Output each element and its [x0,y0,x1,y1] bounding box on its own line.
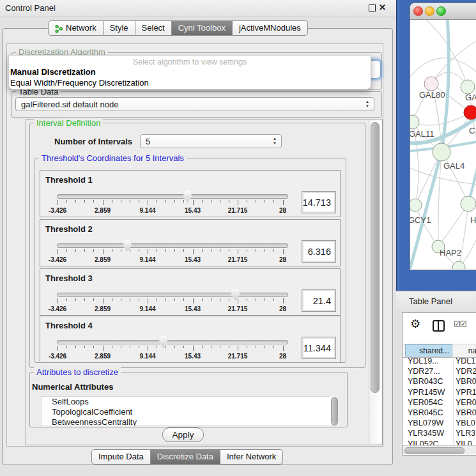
minor-tick [66,298,67,301]
network-node-ga[interactable] [461,80,475,94]
num-intervals-label: Number of Intervals [54,137,132,146]
minor-tick [229,298,229,301]
algorithm-option-manual-discretization[interactable]: Manual Discretization [9,66,371,77]
minor-tick [265,346,265,348]
network-node-gal11[interactable] [410,115,419,129]
table-row[interactable]: YDL19...YDL1 [403,357,476,367]
num-intervals-value: 5 [146,137,150,146]
minor-tick [130,249,130,252]
column-header-name[interactable]: na [453,344,476,357]
column-browser-icon[interactable] [433,320,445,332]
table-row[interactable]: YER054CYER0 [403,398,476,408]
tick-label: 15.43 [185,305,201,312]
network-edge-highlighted[interactable] [441,20,449,152]
algorithm-option-equal-width-frequency-discretization[interactable]: Equal Width/Frequency Discretization [9,77,371,88]
threshold-value-field[interactable]: 11.344 [302,337,336,359]
tab-cyni-toolbox[interactable]: Cyni Toolbox [172,20,233,36]
network-node-c[interactable] [464,105,476,119]
minor-tick [84,346,85,348]
tab-network[interactable]: Network [48,20,104,36]
tab-jactivemnodules[interactable]: jActiveMNodules [233,20,308,36]
threshold-row-2: Threshold 2-3.4262.8599.14415.4321.71528… [40,219,341,266]
major-tick [283,200,284,205]
network-node-gal4[interactable] [433,143,450,161]
window-zoom-icon[interactable] [436,6,446,16]
table-row[interactable]: YBR043CYBR0 [403,377,476,387]
major-tick [193,249,194,254]
network-edge[interactable] [410,58,476,81]
threshold-slider-thumb[interactable] [123,240,132,252]
major-tick [58,249,58,254]
tab-select[interactable]: Select [135,20,172,36]
table-hscrollbar-thumb[interactable] [404,447,464,454]
attribute-item-selfloops[interactable]: SelfLoops [42,397,330,407]
bottom-tab-discretize-data[interactable]: Discretize Data [151,449,220,464]
threshold-row-1: Threshold 1-3.4262.8599.14415.4321.71528… [40,170,341,217]
threshold-value-field[interactable]: 6.316 [302,240,336,263]
table-hscrollbar-track[interactable] [403,445,476,454]
bottom-tab-infer-network[interactable]: Infer Network [220,449,283,464]
minor-tick [229,346,229,348]
minor-tick [220,346,220,348]
settings-scrollbar-thumb[interactable] [371,122,380,393]
table-data-combobox[interactable]: galFiltered.sif default node ▲▼ [15,97,374,111]
float-panel-icon[interactable] [369,4,376,12]
minor-tick [75,200,76,203]
network-node-h[interactable] [461,196,476,211]
minor-tick [183,249,184,252]
network-node-gcy1[interactable] [410,199,422,211]
num-intervals-combobox[interactable]: 5 ▲▼ [140,134,282,148]
threshold-slider-thumb[interactable] [158,336,168,348]
tick-label: 21.715 [228,207,248,214]
table-row[interactable]: YBL079WYBL0 [403,418,476,429]
table-row[interactable]: YBR045CYBR0 [403,408,476,418]
threshold-slider-thumb[interactable] [231,289,240,301]
minor-tick [165,249,166,252]
attributes-scrollbar-thumb[interactable] [331,397,338,426]
bottom-tab-impute-data[interactable]: Impute Data [91,449,151,464]
minor-tick [256,346,256,348]
minor-tick [139,249,139,252]
network-canvas[interactable]: GAL80GACGAL11GAL4GCY1HHAP2 [410,20,476,269]
numerical-attributes-list[interactable]: SelfLoopsTopologicalCoefficientBetweenne… [41,396,330,426]
table-row[interactable]: YIL052CYIL0 [403,440,476,446]
minor-tick [75,249,76,252]
cell-name: YIL0 [456,440,472,446]
tab-style[interactable]: Style [104,20,135,36]
table-row[interactable]: YPR145WYPR1 [403,388,476,398]
major-tick [148,200,148,205]
threshold-slider-track[interactable] [57,243,288,248]
threshold-slider-track[interactable] [57,340,288,344]
attribute-item-betweennesscentrality[interactable]: BetweennessCentrality [42,417,330,426]
network-node-gal80[interactable] [424,77,438,91]
table-rows[interactable]: YDL19...YDL1YDR27...YDR2YBR043CYBR0YPR14… [403,357,476,445]
checkboxes-icon[interactable]: ☑☑ [454,319,466,328]
tick-label: 2.859 [95,353,111,360]
network-edge[interactable] [459,204,468,268]
minor-tick [265,298,265,301]
gear-icon[interactable]: ⚙ [410,317,420,331]
close-panel-icon[interactable]: ✕ [379,3,386,12]
minor-tick [220,298,220,301]
attribute-item-topologicalcoefficient[interactable]: TopologicalCoefficient [42,407,330,417]
window-minimize-icon[interactable] [425,6,434,16]
major-tick [283,298,284,303]
window-close-icon[interactable] [413,6,423,16]
table-row[interactable]: YDR27...YDR2 [403,367,476,377]
tick-label: 15.43 [185,353,201,360]
minor-tick [211,346,211,348]
threshold-slider-track[interactable] [57,293,288,297]
column-header-shared-name[interactable]: shared... [405,344,452,357]
cell-name: YDL1 [456,357,475,365]
tab-label: Style [110,21,128,35]
threshold-value-field[interactable]: 21.4 [302,289,336,312]
minor-tick [93,249,94,252]
threshold-value-field[interactable]: 14.713 [302,191,336,213]
network-edge[interactable] [412,112,471,125]
threshold-slider-track[interactable] [57,194,288,199]
table-row[interactable]: YLR345WYLR3 [403,429,476,439]
apply-button[interactable]: Apply [162,427,204,442]
minor-tick [183,346,184,348]
numerical-attributes-header: Numerical Attributes [32,382,113,392]
cell-name: YLR3 [456,429,475,438]
